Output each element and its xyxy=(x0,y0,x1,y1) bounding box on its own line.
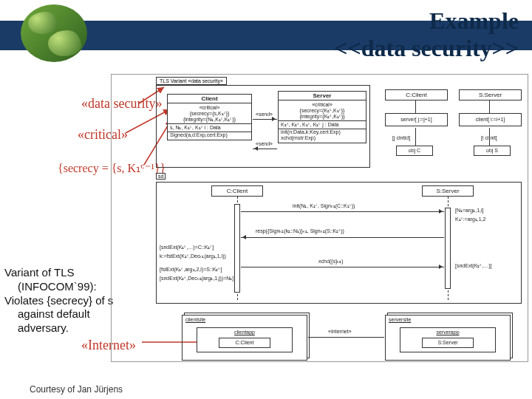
server-app-box: serverapp S:Server xyxy=(400,327,496,352)
client-ops: Signed(a,d:Exp,cert:Exp) xyxy=(170,132,249,138)
activation-left xyxy=(234,204,240,293)
client-title: Client xyxy=(168,95,251,103)
title-line-1: Example xyxy=(429,7,519,34)
slide-footer: Courtesy of Jan Jürjens xyxy=(30,384,123,395)
seq-note-r1: [N₁=arg₂,1,i] xyxy=(455,208,484,214)
client-class-box: Client «critical» {secrecy={s,K₁ᶜ}} {int… xyxy=(167,94,252,140)
server-app-label: serverapp xyxy=(403,330,493,335)
conn-l2 xyxy=(415,128,416,146)
dep-s: S:Server xyxy=(422,338,474,348)
client-attrs: s, N₁, K₁ᶜ, K₁ᶜ i : Data xyxy=(168,124,251,132)
dep-internet-label: «Internet» xyxy=(328,329,352,334)
package-tab: TLS Variant «data security» xyxy=(156,77,227,85)
seq-guard-2: k:=fstExt(K₁ᶜ,Decₖ₁(arg₁,1,i)) xyxy=(160,253,226,259)
seq-resp-1: resp({Signₖ₂(k₂::N₁)}ₖ₁, Signₖ₂(S::K₂ˢ)) xyxy=(256,228,344,234)
seq-guard-4: [sndExt(K₂ˢ,Decₖ₂(arg₂,1,j))=N₁] xyxy=(160,276,233,282)
sequence-frame xyxy=(156,182,522,304)
link-l: [j clntId] xyxy=(392,135,410,140)
server-site-label: serversite xyxy=(389,317,411,322)
seq-guard-1: [sndExt(K₁ᶜ,…)=C::K₁ᶜ] xyxy=(160,245,214,250)
assoc-arrow-2 xyxy=(253,149,277,149)
assoc-send-bot: «send» xyxy=(256,141,273,146)
client-app-label: clientapp xyxy=(200,330,290,335)
dep-link xyxy=(308,337,384,338)
conn-l1 xyxy=(415,100,416,113)
state-r: client[ i:=i+1] xyxy=(459,113,522,126)
assoc-send-top: «send» xyxy=(256,112,273,117)
title-line-2: <<data security>> xyxy=(334,35,519,61)
server-stereo: «critical» xyxy=(281,102,364,108)
seq-arrow-2 xyxy=(241,237,444,238)
client-app-box: clientapp C:Client xyxy=(197,327,293,352)
server-ops: init(n:Data,k:Key,cert:Exp) xchd(mstr:Ex… xyxy=(281,129,364,141)
client-integrity: {integrity={N₁,K₁ᶜ,K₁ᶜ}} xyxy=(168,117,251,124)
server-title: Server xyxy=(279,92,366,100)
slide-header: Example <<data security>> xyxy=(0,0,532,74)
seq-msg-2: xchd({s}ₖ₂) xyxy=(318,259,344,265)
conn-r2 xyxy=(489,128,490,146)
client-secrecy: {secrecy={s,K₁ᶜ}} xyxy=(170,111,249,117)
seq-note-r3: [sndExt(K₂ˢ,…)] xyxy=(455,263,492,269)
conn-r1 xyxy=(489,100,490,113)
assoc-arrow-1 xyxy=(253,119,277,120)
sd-label: sd xyxy=(156,173,166,180)
seq-note-r2: K₁ᶜ:=arg₁,1,2 xyxy=(455,216,486,222)
state-l: server[ j:=j+1] xyxy=(385,113,448,126)
logo-image xyxy=(21,4,87,62)
seq-msg-1: init(N₁, K₁ᶜ, Signₖ₁(C::K₁ᶜ)) xyxy=(293,203,355,209)
seq-arrow-3 xyxy=(241,267,444,267)
client-stereo: «critical» xyxy=(170,105,249,111)
slide-title: Example <<data security>> xyxy=(334,7,519,62)
obj-l: obj C xyxy=(396,146,433,156)
server-secrecy: {secrecy={K₂ˢ,K₁ᶜ}} xyxy=(281,108,364,114)
server-integrity: {integrity={K₂ˢ,K₁ᶜ}} xyxy=(279,114,366,121)
seq-right-head: S:Server xyxy=(422,185,474,197)
server-attrs: K₂ˢ, K₂ˢ, K₁ᶜ, K₁ᶜ j : Data xyxy=(279,121,366,129)
slide-content: «data security» «critical» {secrecy = {s… xyxy=(0,74,532,369)
dep-c: C:Client xyxy=(219,338,270,348)
client-site-label: clientsite xyxy=(185,317,205,322)
server-class-box: Server «critical» {secrecy={K₂ˢ,K₁ᶜ}} {i… xyxy=(278,91,366,143)
activation-right xyxy=(445,208,451,289)
seq-left-head: C:Client xyxy=(211,185,263,197)
seq-guard-3: [fstExt(K₁ᶜ,arg₁,2,i)=S::K₂ˢ] xyxy=(160,267,222,273)
actor-client-box: C:Client xyxy=(385,89,448,100)
seq-arrow-1 xyxy=(241,211,444,212)
obj-r: obj S xyxy=(474,146,511,156)
actor-server-box: S:Server xyxy=(459,89,522,100)
uml-diagram: TLS Variant «data security» Client «crit… xyxy=(111,74,528,362)
